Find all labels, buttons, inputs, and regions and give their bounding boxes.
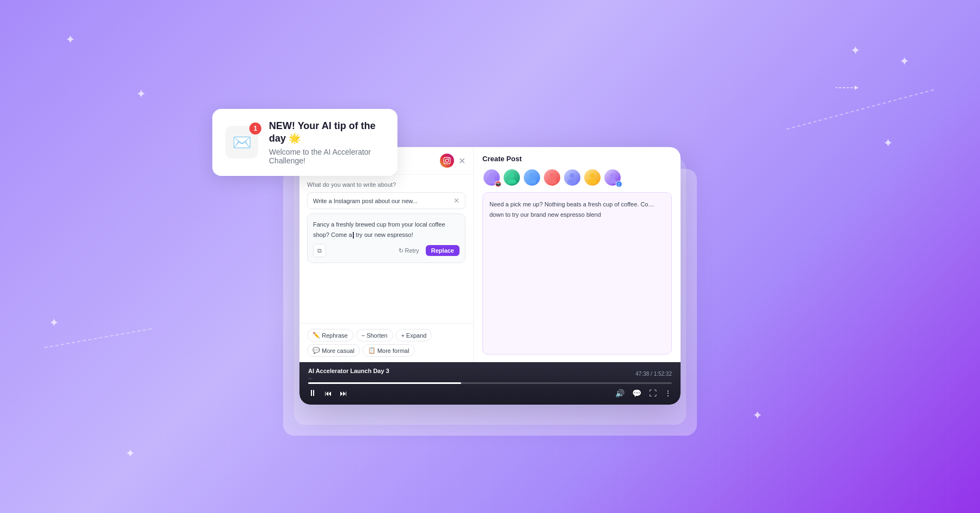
fullscreen-button[interactable]: ⛶ bbox=[649, 389, 657, 398]
instagram-button[interactable] bbox=[440, 154, 454, 168]
svg-point-14 bbox=[568, 179, 576, 184]
ai-assistant-panel: ‹ 🪄 AI Assistant ✕ bbox=[299, 147, 474, 362]
generated-text: Fancy a freshly brewed cup from your loc… bbox=[313, 219, 460, 240]
avatar-6[interactable] bbox=[583, 168, 602, 187]
svg-point-12 bbox=[548, 179, 556, 184]
casual-icon: 💬 bbox=[313, 347, 320, 354]
video-player: AI Accelerator Launch Day 3 ... 47:38 / … bbox=[299, 362, 681, 405]
expand-icon: + bbox=[401, 332, 405, 339]
retry-icon: ↻ bbox=[399, 247, 403, 254]
video-progress-fill bbox=[308, 382, 461, 384]
svg-point-17 bbox=[610, 173, 615, 178]
star-decoration-2: ✦ bbox=[136, 87, 146, 101]
video-subtitle: ... bbox=[308, 374, 389, 380]
assistant-input-row[interactable]: Write a Instagram post about our new... … bbox=[307, 192, 465, 209]
notification-subtitle: Welcome to the AI Accelerator Challenge! bbox=[269, 148, 384, 165]
star-decoration-9: ✦ bbox=[752, 408, 762, 423]
svg-marker-1 bbox=[852, 84, 858, 90]
svg-point-13 bbox=[570, 173, 575, 178]
rephrase-button[interactable]: ✏️ Rephrase bbox=[307, 329, 353, 341]
retry-button[interactable]: ↻ Retry bbox=[395, 246, 422, 256]
expand-button[interactable]: + Expand bbox=[396, 329, 432, 341]
notification-icon-wrap: ✉️ 1 bbox=[225, 126, 258, 158]
dashed-line-right bbox=[787, 89, 934, 130]
svg-point-4 bbox=[449, 158, 450, 160]
avatar-7[interactable]: C bbox=[603, 168, 622, 187]
more-options-button[interactable]: ⋮ bbox=[664, 389, 672, 398]
main-panel: ‹ 🪄 AI Assistant ✕ bbox=[299, 147, 681, 405]
avatar-4[interactable] bbox=[543, 168, 561, 187]
generated-text-box: Fancy a freshly brewed cup from your loc… bbox=[307, 213, 465, 263]
star-decoration-1: ✦ bbox=[65, 33, 75, 47]
copy-button[interactable]: ⧉ bbox=[313, 244, 326, 257]
comment-button[interactable]: 💬 bbox=[632, 389, 641, 398]
volume-button[interactable]: 🔊 bbox=[615, 389, 624, 398]
svg-point-8 bbox=[507, 179, 516, 184]
play-pause-button[interactable]: ⏸ bbox=[308, 388, 317, 398]
more-casual-button[interactable]: 💬 More casual bbox=[307, 344, 360, 357]
avatar-1[interactable]: 📷 bbox=[482, 168, 501, 187]
formal-icon: 📋 bbox=[368, 347, 376, 354]
more-formal-button[interactable]: 📋 More formal bbox=[363, 344, 415, 357]
bottom-actions: ✏️ Rephrase − Shorten + Expand 💬 More ca… bbox=[299, 323, 473, 362]
shorten-button[interactable]: − Shorten bbox=[356, 329, 393, 341]
star-decoration-7: ✦ bbox=[899, 54, 909, 69]
svg-point-5 bbox=[489, 173, 494, 178]
avatar-2[interactable] bbox=[503, 168, 521, 187]
star-decoration-6: ✦ bbox=[850, 44, 860, 58]
star-decoration-8: ✦ bbox=[883, 136, 893, 150]
svg-point-10 bbox=[528, 179, 536, 184]
video-title: AI Accelerator Launch Day 3 bbox=[308, 368, 389, 374]
avatar-7-badge: C bbox=[616, 181, 622, 187]
close-button[interactable]: ✕ bbox=[458, 156, 465, 166]
svg-point-3 bbox=[445, 159, 449, 162]
video-progress-bar[interactable] bbox=[308, 382, 672, 384]
notification-badge: 1 bbox=[249, 123, 261, 135]
arrow-decoration bbox=[832, 72, 866, 106]
shorten-icon: − bbox=[362, 332, 365, 339]
assistant-body: What do you want to write about? Write a… bbox=[299, 175, 473, 323]
forward-button[interactable]: ⏭ bbox=[340, 389, 347, 398]
post-text: Need a pick me up? Nothing beats a fresh… bbox=[489, 199, 665, 219]
avatar-5[interactable] bbox=[563, 168, 581, 187]
avatar-1-badge: 📷 bbox=[495, 181, 501, 187]
panel-content: ‹ 🪄 AI Assistant ✕ bbox=[299, 147, 681, 362]
replace-button[interactable]: Replace bbox=[426, 245, 460, 256]
assistant-input-text: Write a Instagram post about our new... bbox=[313, 198, 450, 204]
avatar-3[interactable] bbox=[523, 168, 541, 187]
write-about-label: What do you want to write about? bbox=[307, 181, 465, 188]
create-post-panel: Create Post 📷 bbox=[474, 147, 681, 362]
svg-point-16 bbox=[588, 179, 596, 184]
clear-input-button[interactable]: ✕ bbox=[454, 197, 460, 205]
notification-card: ✉️ 1 NEW! Your AI tip of the day 🌟 Welco… bbox=[212, 109, 397, 176]
svg-point-15 bbox=[590, 173, 595, 178]
post-text-area[interactable]: Need a pick me up? Nothing beats a fresh… bbox=[482, 192, 672, 355]
notification-title: NEW! Your AI tip of the day 🌟 bbox=[269, 120, 384, 145]
rephrase-icon: ✏️ bbox=[313, 332, 320, 339]
avatars-row: 📷 bbox=[482, 168, 672, 187]
create-post-title: Create Post bbox=[482, 155, 672, 163]
notification-text: NEW! Your AI tip of the day 🌟 Welcome to… bbox=[269, 120, 384, 165]
star-decoration-3: ✦ bbox=[49, 316, 59, 330]
svg-point-9 bbox=[530, 173, 535, 178]
rewind-button[interactable]: ⏮ bbox=[324, 389, 332, 398]
star-decoration-5: ✦ bbox=[125, 447, 135, 461]
svg-point-11 bbox=[550, 173, 555, 178]
video-time: 47:38 / 1:52:32 bbox=[635, 371, 672, 377]
svg-point-7 bbox=[510, 173, 514, 178]
